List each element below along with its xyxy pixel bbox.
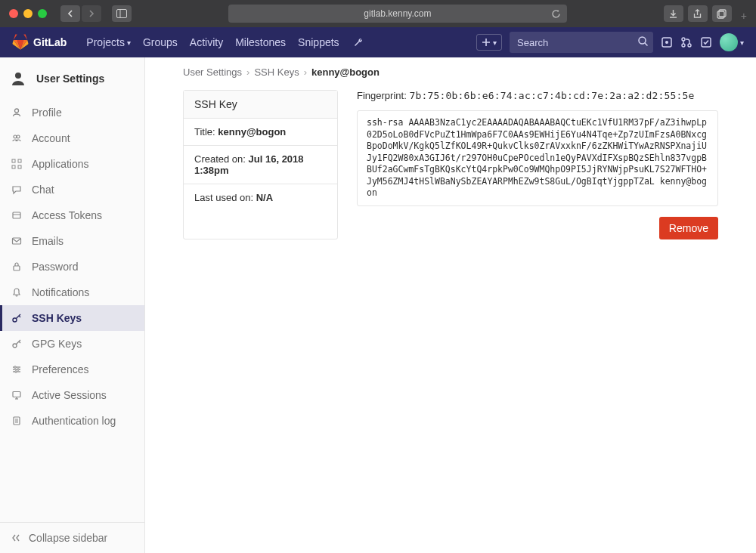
fingerprint-row: Fingerprint: 7b:75:0b:6b:e6:74:ac:c7:4b:… [357, 90, 718, 101]
brand-text: GitLab [33, 36, 67, 48]
chevron-left-icon [11, 533, 21, 543]
sidebar-item-notifications[interactable]: Notifications [0, 280, 144, 305]
ssh-key-card: SSH Key Title: kenny@bogon Created on: J… [183, 90, 338, 239]
key-icon [11, 338, 23, 349]
sidebar-heading: User Settings [0, 57, 144, 100]
sidebar-item-profile[interactable]: Profile [0, 100, 144, 125]
svg-rect-32 [13, 392, 20, 397]
svg-rect-0 [117, 10, 127, 18]
breadcrumb-section[interactable]: SSH Keys [254, 66, 299, 78]
lock-icon [11, 261, 23, 272]
svg-point-10 [688, 44, 691, 47]
bell-icon [11, 287, 23, 298]
plus-icon [482, 38, 491, 47]
svg-point-31 [15, 371, 17, 373]
window-controls [9, 9, 47, 18]
token-icon [11, 210, 23, 221]
collapse-sidebar[interactable]: Collapse sidebar [0, 522, 144, 553]
sidebar-item-label: Active Sessions [32, 389, 107, 401]
svg-point-15 [17, 135, 20, 138]
nav-milestones[interactable]: Milestones [235, 36, 286, 48]
browser-address-text: gitlab.kenny.com [364, 8, 431, 19]
browser-sidebar-toggle[interactable] [112, 5, 132, 22]
sidebar-item-auth-log[interactable]: Authentication log [0, 408, 144, 434]
breadcrumb-current: kenny@bogon [311, 66, 380, 78]
nav-projects[interactable]: Projects▾ [86, 36, 131, 48]
svg-rect-20 [13, 212, 20, 218]
sidebar-item-label: Password [32, 261, 78, 273]
admin-wrench-icon[interactable] [353, 37, 364, 48]
monitor-icon [11, 390, 23, 400]
applications-icon [11, 159, 23, 169]
nav-snippets[interactable]: Snippets [298, 36, 339, 48]
log-icon [11, 416, 23, 426]
sidebar-item-active-sessions[interactable]: Active Sessions [0, 382, 144, 408]
issues-icon[interactable] [661, 36, 673, 48]
fingerprint-value: 7b:75:0b:6b:e6:74:ac:c7:4b:cd:7e:2a:a2:d… [409, 90, 694, 101]
remove-button[interactable]: Remove [659, 217, 718, 239]
browser-forward[interactable] [82, 5, 101, 22]
gitlab-logo[interactable]: GitLab [12, 34, 67, 51]
window-minimize[interactable] [23, 9, 33, 18]
main-content: User Settings›SSH Keys›kenny@bogon SSH K… [145, 57, 756, 553]
sidebar-heading-text: User Settings [36, 73, 104, 85]
sidebar-item-password[interactable]: Password [0, 254, 144, 280]
search-input[interactable] [510, 32, 653, 53]
browser-address-bar[interactable]: gitlab.kenny.com [228, 5, 567, 23]
sidebar-item-label: SSH Keys [32, 312, 82, 324]
svg-point-29 [14, 366, 17, 369]
caret-down-icon: ▾ [740, 39, 744, 47]
browser-tabs-icon[interactable] [712, 5, 732, 22]
svg-point-24 [13, 318, 17, 322]
profile-icon [11, 107, 23, 118]
sidebar-item-label: GPG Keys [32, 338, 82, 350]
collapse-label: Collapse sidebar [29, 532, 107, 544]
new-dropdown[interactable]: ▾ [476, 34, 502, 51]
browser-download-icon[interactable] [664, 5, 683, 22]
sidebar-item-label: Applications [32, 158, 89, 170]
account-icon [11, 133, 23, 144]
search-icon[interactable] [637, 36, 649, 47]
nav-activity[interactable]: Activity [190, 36, 223, 48]
sidebar-item-emails[interactable]: Emails [0, 228, 144, 254]
sidebar-item-label: Authentication log [32, 415, 116, 427]
sidebar-item-label: Access Tokens [32, 209, 102, 221]
svg-rect-19 [18, 165, 21, 168]
caret-down-icon: ▾ [493, 39, 497, 47]
browser-share-icon[interactable] [688, 5, 708, 22]
sidebar-item-label: Account [32, 132, 70, 144]
sidebar-item-preferences[interactable]: Preferences [0, 357, 144, 382]
breadcrumb-root[interactable]: User Settings [183, 66, 242, 78]
svg-point-7 [665, 41, 668, 44]
browser-new-tab[interactable]: + [741, 5, 747, 22]
svg-line-5 [645, 43, 648, 46]
todos-icon[interactable] [700, 36, 712, 48]
sidebar-item-applications[interactable]: Applications [0, 151, 144, 177]
user-menu[interactable]: ▾ [720, 33, 744, 51]
svg-point-14 [14, 135, 17, 138]
card-row-last-used: Last used on: N/A [184, 184, 337, 211]
email-icon [11, 236, 23, 246]
sidebar-item-access-tokens[interactable]: Access Tokens [0, 202, 144, 228]
sidebar-item-gpg-keys[interactable]: GPG Keys [0, 331, 144, 357]
sidebar-item-label: Chat [32, 184, 54, 196]
sidebar-item-account[interactable]: Account [0, 125, 144, 151]
window-close[interactable] [9, 9, 18, 18]
sidebar-item-ssh-keys[interactable]: SSH Keys [0, 305, 144, 331]
merge-requests-icon[interactable] [680, 36, 692, 48]
browser-reload-icon[interactable] [551, 9, 561, 19]
browser-chrome: gitlab.kenny.com + [0, 0, 756, 27]
svg-rect-17 [18, 159, 21, 162]
nav-groups[interactable]: Groups [143, 36, 178, 48]
svg-point-12 [15, 73, 21, 79]
browser-back[interactable] [60, 5, 80, 22]
svg-point-8 [682, 38, 685, 41]
svg-point-4 [639, 37, 646, 44]
sidebar-item-label: Notifications [32, 286, 89, 298]
card-row-created: Created on: Jul 16, 2018 1:38pm [184, 146, 337, 184]
user-icon [9, 70, 27, 88]
window-maximize[interactable] [38, 9, 47, 18]
sidebar-item-chat[interactable]: Chat [0, 177, 144, 202]
svg-point-13 [15, 109, 19, 113]
caret-down-icon: ▾ [127, 39, 131, 47]
